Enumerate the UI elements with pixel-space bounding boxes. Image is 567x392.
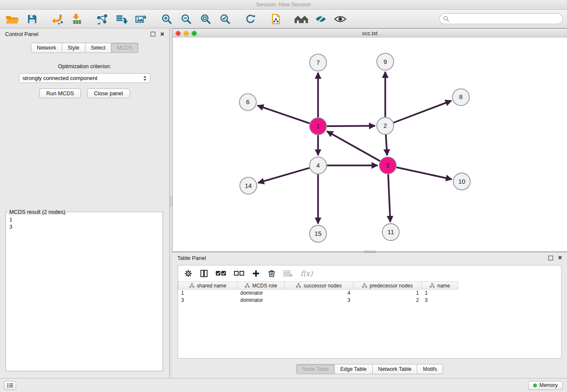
refresh-network-icon[interactable] [243,12,258,26]
node-label: 1 [316,122,319,130]
network-window-titlebar[interactable]: × − + scc.txt [173,29,567,38]
style-preview-icon[interactable] [313,12,328,26]
node-2[interactable]: 2 [377,117,394,134]
table-cell: 1 [422,290,458,297]
select-stepper-icon [143,75,147,81]
tab-node-table[interactable]: Node Table [296,364,335,374]
node-10[interactable]: 10 [453,173,470,190]
node-label: 3 [386,162,389,169]
mcds-result-item[interactable]: 1 [9,216,159,223]
mcds-result-box: MCDS result (2 nodes) 13 [6,209,163,371]
edge-3-10[interactable] [396,167,452,179]
window-titlebar[interactable]: Session: New Session [0,0,567,10]
table-splitter[interactable] [364,251,376,253]
add-column-icon[interactable] [252,269,260,278]
fx-icon: f(x) [300,269,313,278]
search-input[interactable] [451,15,562,22]
edge-4-14[interactable] [258,168,310,183]
column-header-name[interactable]: name [422,282,458,290]
edge-3-11[interactable] [388,174,390,222]
network-canvas[interactable]: 7968124314101511 [173,38,567,251]
table-panel-tabs: Node TableEdge TableNetwork TableMotifs [172,364,567,374]
mcds-result-title: MCDS result (2 nodes) [8,209,67,215]
clipboard-network-icon[interactable] [268,12,284,26]
close-panel-button[interactable]: Close panel [87,88,130,98]
search-box[interactable] [439,13,563,24]
run-mcds-button[interactable]: Run MCDS [39,88,81,98]
tab-edge-table[interactable]: Edge Table [335,364,372,374]
import-network-icon[interactable] [50,12,65,26]
node-7[interactable]: 7 [310,54,327,71]
edge-1-6[interactable] [257,105,309,123]
node-label: 4 [316,162,319,169]
float-table-panel-icon[interactable] [548,256,553,260]
export-image-icon[interactable] [134,12,149,26]
node-label: 6 [246,98,250,105]
close-panel-icon[interactable]: × [160,31,164,38]
zoom-in-icon[interactable] [159,12,174,26]
table-cell: 3 [178,297,237,304]
tab-network[interactable]: Network [31,43,62,53]
table-row[interactable]: 3dominator323 [178,297,561,304]
node-3[interactable]: 3 [379,157,396,174]
fx-icon[interactable]: f(x) [300,269,313,278]
gear-icon[interactable] [184,269,193,278]
node-4[interactable]: 4 [310,157,327,174]
attribute-tree-icon [245,283,250,288]
node-14[interactable]: 14 [240,177,257,194]
edge-2-8[interactable] [394,101,451,123]
zoom-fit-icon[interactable] [198,12,213,26]
list-icon [7,383,14,388]
tab-mcds[interactable]: MCDS [111,43,138,53]
attribute-tree-icon [429,283,435,288]
node-8[interactable]: 8 [452,89,469,106]
panel-selector-button[interactable] [4,381,16,390]
delete-table-icon[interactable] [283,269,293,278]
close-window-icon[interactable]: × [176,31,181,36]
tab-motifs[interactable]: Motifs [417,364,443,374]
zoom-window-icon[interactable]: + [192,31,197,36]
delete-column-icon[interactable] [267,269,276,278]
optimization-select[interactable]: strongly connected component [19,73,150,83]
node-1[interactable]: 1 [310,118,327,135]
column-header-shared-name[interactable]: shared name [178,282,237,290]
edge-3-1[interactable] [327,131,380,161]
column-header-predecessor-nodes[interactable]: predecessor nodes [353,282,422,290]
select-all-columns-icon[interactable] [215,269,226,278]
close-table-panel-icon[interactable]: × [558,254,562,261]
search-icon [443,16,449,22]
control-panel-header: Control Panel × [0,28,169,40]
table-cell: 3 [285,297,353,304]
zoom-out-icon[interactable] [179,12,194,26]
export-table-icon[interactable] [114,12,129,26]
edge-2-3[interactable] [386,135,387,155]
save-session-icon[interactable] [25,12,40,26]
tab-style[interactable]: Style [62,43,85,53]
minimize-window-icon[interactable]: − [184,31,189,36]
tab-network-table[interactable]: Network Table [373,364,418,374]
unselect-all-columns-icon[interactable] [234,269,245,278]
column-header-mcds-role[interactable]: MCDS role [237,282,285,290]
column-header-successor-nodes[interactable]: successor nodes [285,282,353,290]
columns-icon[interactable] [200,269,208,278]
network-share-icon[interactable] [95,12,110,26]
eye-icon[interactable] [333,12,348,26]
control-panel: Control Panel × NetworkStyleSelectMCDS O… [0,28,170,378]
table-cell: 4 [285,290,353,297]
table-cell: 1 [178,290,237,297]
float-panel-icon[interactable] [151,32,155,36]
import-table-icon[interactable] [69,12,85,26]
home-icon[interactable] [294,12,309,26]
open-folder-icon[interactable] [5,12,20,26]
node-9[interactable]: 9 [377,53,394,70]
table-cell: 2 [353,297,422,304]
memory-button[interactable]: Memory [528,381,563,390]
table-row[interactable]: 1dominator411 [178,290,561,297]
mcds-result-item[interactable]: 3 [9,223,159,230]
edge-1-2[interactable] [327,126,375,126]
node-11[interactable]: 11 [382,224,399,240]
node-15[interactable]: 15 [310,225,327,242]
zoom-selected-icon[interactable] [217,12,233,26]
tab-select[interactable]: Select [85,43,112,53]
node-6[interactable]: 6 [239,94,256,110]
